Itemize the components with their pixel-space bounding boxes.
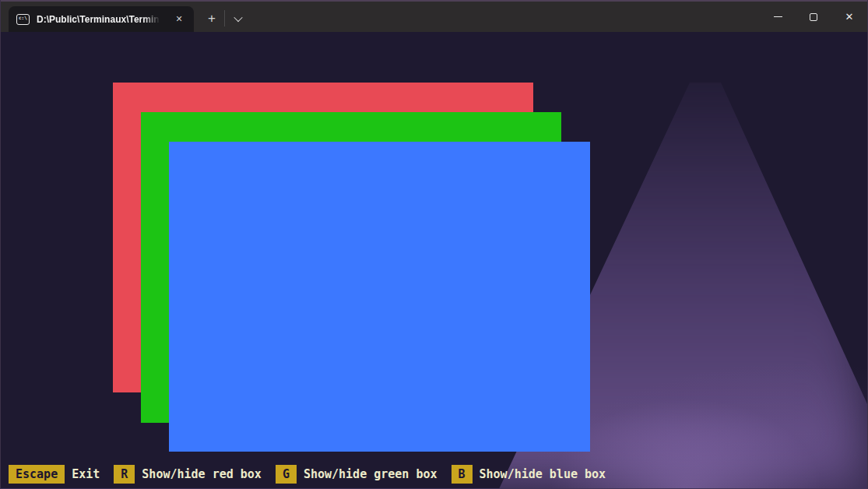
terminal-tab[interactable]: c:\ D:\Public\Terminaux\Terminau ✕ <box>9 6 194 32</box>
tabbar-divider <box>224 10 225 26</box>
maximize-icon <box>810 13 817 21</box>
window-top-border <box>1 0 867 2</box>
window-controls: ✕ <box>760 2 867 32</box>
hotkey-label-red: Show/hide red box <box>142 465 262 484</box>
key-badge-escape: Escape <box>9 465 65 484</box>
hotkey-label-blue: Show/hide blue box <box>480 465 606 484</box>
hotkey-red: R Show/hide red box <box>114 465 262 484</box>
minimize-icon <box>774 16 782 17</box>
status-bar: Escape Exit R Show/hide red box G Show/h… <box>9 465 606 484</box>
command-prompt-icon: c:\ <box>16 14 30 25</box>
terminal-screen[interactable]: Escape Exit R Show/hide red box G Show/h… <box>1 32 867 488</box>
chevron-down-icon <box>234 13 242 22</box>
tab-dropdown-button[interactable] <box>228 9 248 28</box>
minimize-button[interactable] <box>760 2 796 32</box>
maximize-button[interactable] <box>796 2 831 32</box>
hotkey-escape: Escape Exit <box>9 465 100 484</box>
hotkey-label-green: Show/hide green box <box>304 465 438 484</box>
key-badge-r: R <box>114 465 135 484</box>
tab-title: D:\Public\Terminaux\Terminau <box>37 14 161 25</box>
hotkey-blue: B Show/hide blue box <box>452 465 606 484</box>
close-icon: ✕ <box>845 12 854 22</box>
tab-close-icon[interactable]: ✕ <box>170 11 188 28</box>
terminal-window: c:\ D:\Public\Terminaux\Terminau ✕ + ✕ <box>0 0 868 489</box>
new-tab-button[interactable]: + <box>202 9 222 28</box>
key-badge-g: G <box>276 465 297 484</box>
hotkey-label-exit: Exit <box>72 465 100 484</box>
close-button[interactable]: ✕ <box>831 2 867 32</box>
key-badge-b: B <box>452 465 473 484</box>
hotkey-green: G Show/hide green box <box>276 465 438 484</box>
tab-bar: c:\ D:\Public\Terminaux\Terminau ✕ + ✕ <box>1 2 867 32</box>
blue-box <box>169 142 590 452</box>
